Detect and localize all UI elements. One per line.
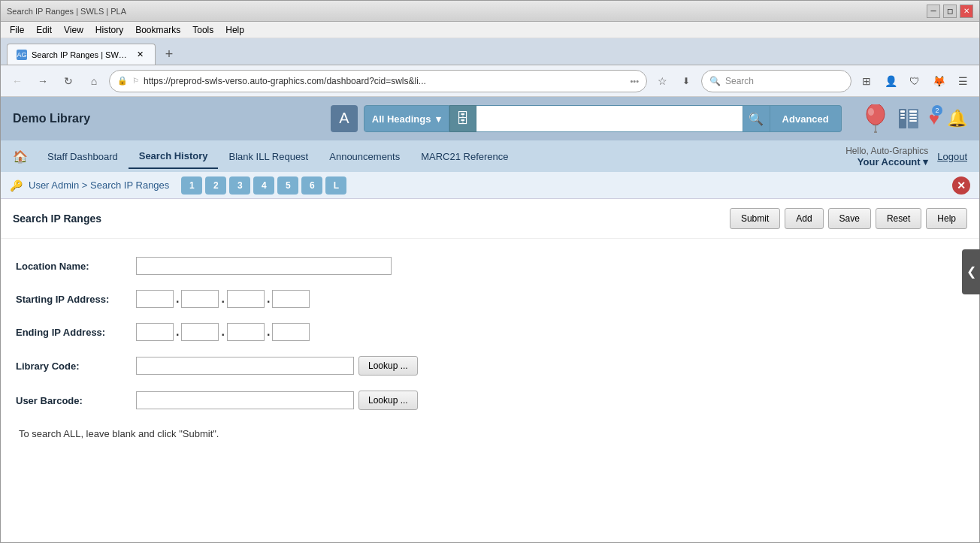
back-button[interactable]: ← [7,71,28,92]
starting-ip-part3[interactable] [227,290,265,308]
database-icon[interactable]: 🗄 [449,105,476,132]
page-tab-1[interactable]: 1 [181,176,202,195]
menu-edit[interactable]: Edit [30,23,58,37]
tab-bar: AG Search IP Ranges | SWLS | PLA ✕ + [1,38,979,65]
menu-bookmarks[interactable]: Bookmarks [129,23,186,37]
nav-icons: ☆ ⬇ [652,71,697,92]
svg-rect-6 [900,110,905,113]
notifications-icon[interactable]: 🔔 [947,109,967,128]
your-account-link[interactable]: Your Account ▾ [845,156,928,167]
svg-point-2 [868,108,874,116]
tab-close-button[interactable]: ✕ [134,49,146,61]
page-tab-4[interactable]: 4 [253,176,274,195]
ending-ip-part3[interactable] [227,323,265,341]
search-dropdown[interactable]: All Headings ▾ [364,105,449,132]
starting-ip-group: . . . [136,290,310,308]
library-code-input[interactable] [136,357,354,375]
ip-dot-6: . [266,325,271,339]
page-tab-5[interactable]: 5 [277,176,298,195]
svg-rect-8 [900,117,905,119]
user-barcode-label: User Barcode: [16,395,136,406]
browser-window: Search IP Ranges | SWLS | PLA ─ ◻ ✕ File… [0,0,980,543]
nav-staff-dashboard[interactable]: Staff Dashboard [37,145,129,168]
search-button[interactable]: 🔍 [743,105,770,132]
nav-search-history[interactable]: Search History [129,144,219,169]
profile-icon[interactable]: 👤 [880,71,901,92]
user-barcode-lookup-button[interactable]: Lookup ... [358,391,418,410]
new-tab-button[interactable]: + [159,44,180,65]
ending-ip-part1[interactable] [136,323,174,341]
user-barcode-input[interactable] [136,391,354,409]
account-dropdown-icon: ▾ [923,156,928,167]
library-code-group: Lookup ... [136,356,418,376]
starting-ip-part4[interactable] [272,290,310,308]
svg-text:A: A [339,110,349,126]
help-button[interactable]: Help [926,208,967,229]
save-button[interactable]: Save [828,208,871,229]
logout-button[interactable]: Logout [937,151,967,162]
reset-button[interactable]: Reset [876,208,921,229]
starting-ip-part1[interactable] [136,290,174,308]
library-code-lookup-button[interactable]: Lookup ... [358,356,418,376]
menu-icon[interactable]: ☰ [952,71,973,92]
page-tab-l[interactable]: L [325,176,346,195]
address-bar[interactable]: 🔒 ⚐ https://preprod-swls-verso.auto-grap… [109,70,647,92]
starting-ip-part2[interactable] [181,290,219,308]
location-name-input[interactable] [136,257,392,275]
menu-history[interactable]: History [89,23,129,37]
favorites-badge: 2 [932,105,942,116]
maximize-button[interactable]: ◻ [943,5,957,18]
home-button[interactable]: ⌂ [83,71,104,92]
catalog-icon[interactable] [896,106,921,131]
menu-help[interactable]: Help [219,23,250,37]
ending-ip-part2[interactable] [181,323,219,341]
page-tab-3[interactable]: 3 [229,176,250,195]
location-name-row: Location Name: [16,257,964,275]
library-code-row: Library Code: Lookup ... [16,356,964,376]
extensions-icon[interactable]: ⊞ [856,71,877,92]
favorites-icon[interactable]: ♥ 2 [929,108,939,129]
page-tab-6[interactable]: 6 [301,176,322,195]
nav-bar: ← → ↻ ⌂ 🔒 ⚐ https://preprod-swls-verso.a… [1,65,979,97]
submit-button[interactable]: Submit [730,208,780,229]
home-nav-button[interactable]: 🏠 [13,149,28,164]
bookmark-icon[interactable]: ☆ [652,71,673,92]
header-icons: ♥ 2 🔔 [863,104,967,133]
shield-icon[interactable]: 🛡 [904,71,925,92]
svg-rect-7 [900,114,905,116]
balloon-icon[interactable] [863,104,888,133]
nav-announcements[interactable]: Announcements [319,145,410,168]
add-button[interactable]: Add [785,208,823,229]
url-text: https://preprod-swls-verso.auto-graphics… [144,76,625,86]
advanced-button[interactable]: Advanced [770,105,842,132]
ip-dot-5: . [220,325,225,339]
menu-view[interactable]: View [58,23,89,37]
search-icon: 🔍 [709,76,721,86]
search-input[interactable] [476,106,743,131]
ending-ip-group: . . . [136,323,310,341]
starting-ip-label: Starting IP Address: [16,294,136,305]
svg-rect-10 [909,110,917,113]
breadcrumb-path: User Admin > Search IP Ranges [29,179,169,191]
page-tabs: 1 2 3 4 5 6 L [181,176,346,195]
library-code-label: Library Code: [16,360,136,372]
active-tab[interactable]: AG Search IP Ranges | SWLS | PLA ✕ [7,44,156,65]
close-panel-button[interactable]: ✕ [952,176,970,195]
ending-ip-part4[interactable] [272,323,310,341]
minimize-button[interactable]: ─ [927,5,940,18]
right-panel-toggle[interactable]: ❮ [962,249,980,294]
pocket-icon[interactable]: ⬇ [676,71,697,92]
nav-blank-ill-request[interactable]: Blank ILL Request [218,145,319,168]
reload-button[interactable]: ↻ [58,71,79,92]
breadcrumb-icon: 🔑 [10,179,23,192]
menu-tools[interactable]: Tools [186,23,219,37]
menu-file[interactable]: File [4,23,30,37]
firefox-icon[interactable]: 🦊 [928,71,949,92]
nav-marc21-reference[interactable]: MARC21 Reference [410,145,519,168]
browser-search-bar[interactable]: 🔍 Search [701,70,851,92]
page-tab-2[interactable]: 2 [205,176,226,195]
forward-button[interactable]: → [32,71,53,92]
form-title: Search IP Ranges [13,213,101,225]
close-button[interactable]: ✕ [960,5,973,18]
menu-bar: File Edit View History Bookmarks Tools H… [1,22,979,38]
